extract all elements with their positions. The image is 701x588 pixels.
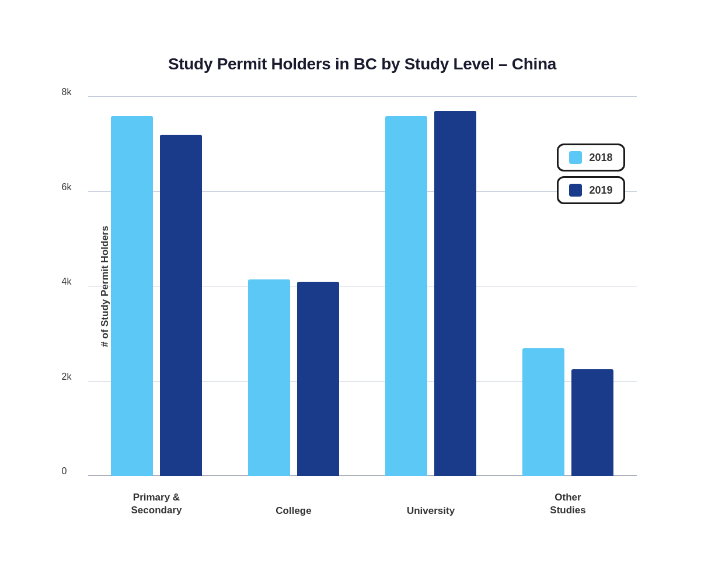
y-tick-label: 6k <box>62 182 72 192</box>
bar-2019 <box>297 282 339 476</box>
y-tick-label: 8k <box>62 87 72 97</box>
y-tick-label: 4k <box>62 276 72 287</box>
bar-2019 <box>160 135 202 476</box>
chart-area: # of Study Permit Holders 02k4k6k8kPrima… <box>88 97 637 476</box>
bar-2018 <box>111 116 153 477</box>
grid-and-bars: 02k4k6k8kPrimary &SecondaryCollegeUniver… <box>88 97 637 476</box>
legend-year-label: 2018 <box>589 152 612 164</box>
chart-title: Study Permit Holders in BC by Study Leve… <box>88 55 637 74</box>
legend: 20182019 <box>557 144 625 204</box>
x-axis-label: OtherStudies <box>550 491 585 517</box>
chart-container: Study Permit Holders in BC by Study Leve… <box>30 32 672 556</box>
y-tick-label: 0 <box>62 466 67 477</box>
grid-line <box>88 96 637 97</box>
legend-item: 2019 <box>557 176 625 204</box>
bar-2018 <box>385 116 427 477</box>
x-axis-label: University <box>407 505 455 517</box>
bar-2018 <box>248 279 290 476</box>
x-axis-label: College <box>275 505 311 517</box>
bar-2018 <box>522 348 564 476</box>
x-axis-label: Primary &Secondary <box>131 491 182 517</box>
legend-item: 2018 <box>557 144 625 172</box>
bar-2019 <box>571 369 613 476</box>
bar-2019 <box>434 111 476 476</box>
y-tick-label: 2k <box>62 372 72 382</box>
legend-year-label: 2019 <box>589 184 612 197</box>
legend-color-box <box>569 151 582 164</box>
legend-color-box <box>569 184 582 197</box>
